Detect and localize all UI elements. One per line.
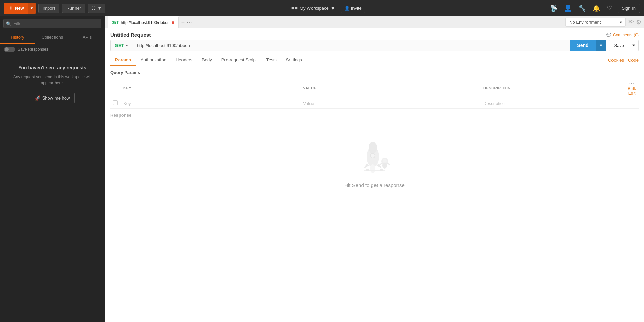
tab-headers[interactable]: Headers <box>171 55 197 66</box>
wrench-icon-button[interactable]: 🔧 <box>577 3 587 13</box>
new-label: New <box>15 6 24 11</box>
empty-title: You haven't sent any requests <box>18 65 86 70</box>
row-checkbox-cell <box>110 98 121 109</box>
sidebar-item-collections[interactable]: Collections <box>35 31 70 44</box>
request-tab-active[interactable]: GET http://localhost:9100/ribbon <box>108 16 179 28</box>
new-button-wrapper: ＋ New ▼ <box>4 3 36 14</box>
save-button[interactable]: Save <box>609 40 629 51</box>
navbar-right: 📡 👤 🔧 🔔 ♡ Sign In <box>549 3 640 13</box>
import-button[interactable]: Import <box>38 4 60 13</box>
navbar-left: ＋ New ▼ Import Runner ☷ ▼ <box>4 3 105 14</box>
key-cell <box>121 98 300 109</box>
response-section: Response <box>105 109 644 322</box>
request-tabs-right: Cookies Code <box>608 58 639 63</box>
user-icon-button[interactable]: 👤 <box>563 3 573 13</box>
tab-add-button[interactable]: + ⋯ <box>179 19 195 25</box>
cookies-link[interactable]: Cookies <box>608 58 624 63</box>
value-col-header: VALUE <box>300 78 480 98</box>
rocket-illustration <box>354 138 395 175</box>
eye-icon-button[interactable]: 👁 <box>628 19 634 26</box>
tab-params[interactable]: Params <box>110 55 136 66</box>
runner-button[interactable]: Runner <box>62 4 85 13</box>
save-wrap: Save ▼ <box>606 40 639 51</box>
send-button-arrow[interactable]: ▼ <box>596 40 606 51</box>
env-selector-wrap: No Environment ▼ <box>565 18 626 27</box>
sidebar-empty-state: You haven't sent any requests Any reques… <box>0 55 105 113</box>
send-button[interactable]: Send <box>570 40 595 51</box>
method-select[interactable]: GET ▼ <box>110 40 133 51</box>
show-me-how-label: Show me how <box>42 95 70 101</box>
tab-url: http://localhost:9100/ribbon <box>121 20 170 25</box>
bell-icon-button[interactable]: 🔔 <box>591 3 601 13</box>
key-input[interactable] <box>123 101 298 106</box>
sidebar-item-history[interactable]: History <box>0 31 35 44</box>
tab-body[interactable]: Body <box>197 55 217 66</box>
bulk-edit-button[interactable]: Bulk Edit <box>628 86 636 96</box>
workspace-button[interactable]: ■■ My Workspace ▼ <box>288 4 338 13</box>
navbar-center: ■■ My Workspace ▼ 👤 Invite <box>288 4 365 13</box>
svg-marker-2 <box>364 164 369 169</box>
tab-prerequest-script[interactable]: Pre-request Script <box>217 55 262 66</box>
heart-icon-button[interactable]: ♡ <box>605 3 614 13</box>
response-title: Response <box>110 113 639 118</box>
comments-link[interactable]: 💬 Comments (0) <box>606 33 639 37</box>
main-container: 🔍 History Collections APIs Save Response… <box>0 16 644 322</box>
environment-selector[interactable]: No Environment <box>565 18 616 27</box>
sidebar-item-apis[interactable]: APIs <box>70 31 105 44</box>
svg-line-8 <box>380 163 382 165</box>
satellite-icon-button[interactable]: 📡 <box>549 3 559 13</box>
check-col-header <box>110 78 121 98</box>
url-bar: GET ▼ Send ▼ Save ▼ <box>105 40 644 55</box>
description-col-header: DESCRIPTION <box>480 78 625 98</box>
description-cell <box>480 98 625 109</box>
env-selector-group: No Environment ▼ 👁 ⚙ <box>565 18 641 27</box>
tab-settings[interactable]: Settings <box>281 55 307 66</box>
signin-button[interactable]: Sign In <box>618 4 640 13</box>
tab-tests[interactable]: Tests <box>261 55 281 66</box>
environment-selector-arrow[interactable]: ▼ <box>616 18 626 27</box>
comment-icon: 💬 <box>606 33 611 37</box>
method-arrow-icon: ▼ <box>125 44 129 47</box>
description-input[interactable] <box>483 101 622 106</box>
save-responses-toggle[interactable] <box>4 47 15 52</box>
row-checkbox[interactable] <box>113 100 118 105</box>
request-title: Untitled Request <box>110 32 151 38</box>
response-empty-state: Hit Send to get a response <box>110 118 639 208</box>
save-responses-label: Save Responses <box>18 47 48 52</box>
tab-method-badge: GET <box>112 21 119 24</box>
grid-icon: ☷ <box>92 6 96 11</box>
table-row <box>110 98 639 109</box>
value-input[interactable] <box>303 101 478 106</box>
tab-authorization[interactable]: Authorization <box>136 55 171 66</box>
svg-rect-12 <box>366 169 369 171</box>
new-button-arrow[interactable]: ▼ <box>28 3 36 14</box>
invite-icon: 👤 <box>344 6 350 11</box>
navbar: ＋ New ▼ Import Runner ☷ ▼ ■■ My Workspac… <box>0 0 644 16</box>
empty-desc: Any request you send in this workspace w… <box>7 74 98 86</box>
send-save-wrap: Send ▼ <box>570 40 606 51</box>
workspace-label: My Workspace <box>300 6 329 11</box>
search-input[interactable] <box>3 19 101 28</box>
code-link[interactable]: Code <box>628 58 639 63</box>
request-tabs-left: Params Authorization Headers Body Pre-re… <box>110 55 307 66</box>
postman-flow-button[interactable]: ☷ ▼ <box>88 4 105 13</box>
svg-rect-13 <box>380 169 383 171</box>
three-dots-button[interactable]: ⋯ <box>628 80 636 86</box>
arrow-down-icon: ▼ <box>97 6 102 11</box>
svg-point-1 <box>369 142 377 154</box>
sidebar: 🔍 History Collections APIs Save Response… <box>0 16 105 322</box>
sidebar-search-area: 🔍 <box>0 16 105 31</box>
save-button-arrow[interactable]: ▼ <box>629 40 639 51</box>
new-button[interactable]: ＋ New <box>4 3 28 14</box>
params-table: KEY VALUE DESCRIPTION ⋯ Bulk Edit <box>110 78 639 109</box>
comments-label: Comments (0) <box>613 33 639 37</box>
url-input[interactable] <box>133 40 571 51</box>
svg-point-10 <box>383 159 387 163</box>
invite-label: Invite <box>351 6 362 11</box>
toggle-knob <box>5 47 9 51</box>
invite-button[interactable]: 👤 Invite <box>341 4 365 13</box>
show-me-how-button[interactable]: 🚀 Show me how <box>30 93 75 103</box>
plus-tab-icon: + <box>181 19 185 25</box>
settings-icon-button[interactable]: ⚙ <box>636 19 641 26</box>
value-cell <box>300 98 480 109</box>
